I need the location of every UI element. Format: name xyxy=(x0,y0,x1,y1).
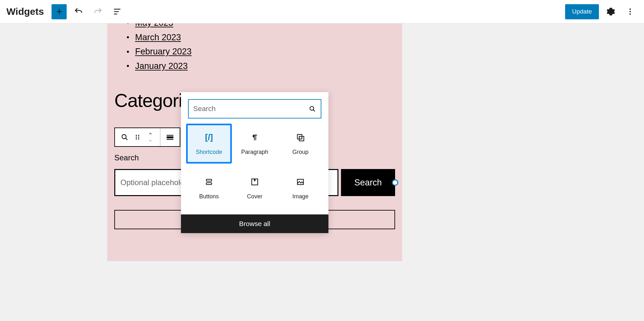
archive-list: May 2023 March 2023 February 2023 Januar… xyxy=(127,24,192,73)
archive-link[interactable]: January 2023 xyxy=(135,59,188,73)
svg-point-10 xyxy=(138,138,139,140)
editor-canvas: May 2023 March 2023 February 2023 Januar… xyxy=(0,24,644,321)
block-toolbar xyxy=(114,127,180,147)
inserter-search-wrap xyxy=(181,92,328,124)
inserter-block-image[interactable]: Image xyxy=(278,168,323,208)
undo-icon xyxy=(74,7,83,16)
block-inserter-popover: [/] Shortcode Paragraph Group Buttons xyxy=(181,92,328,233)
shortcode-icon: [/] xyxy=(204,132,214,143)
inserter-search-input[interactable] xyxy=(193,105,308,113)
chevron-down-icon xyxy=(147,138,154,143)
topbar-tool-row xyxy=(52,4,125,19)
list-view-icon xyxy=(112,7,122,16)
inserter-search-field[interactable] xyxy=(188,99,321,118)
svg-rect-21 xyxy=(254,179,256,181)
kebab-icon xyxy=(626,7,634,16)
align-button[interactable] xyxy=(164,131,176,144)
inserter-block-paragraph[interactable]: Paragraph xyxy=(232,124,278,164)
inserter-block-label: Group xyxy=(292,149,308,156)
block-type-button[interactable] xyxy=(118,131,131,144)
resize-handle[interactable] xyxy=(392,179,398,186)
topbar-right: Update xyxy=(565,4,638,19)
archive-link[interactable]: May 2023 xyxy=(135,24,173,30)
archive-item: January 2023 xyxy=(127,59,192,73)
svg-rect-11 xyxy=(167,135,174,136)
topbar-left: Widgets xyxy=(6,4,125,19)
svg-point-8 xyxy=(138,137,139,138)
inserter-block-shortcode[interactable]: [/] Shortcode xyxy=(186,124,232,164)
svg-line-4 xyxy=(126,138,127,140)
inserter-grid: [/] Shortcode Paragraph Group Buttons xyxy=(181,124,328,214)
move-up-button[interactable] xyxy=(144,130,157,137)
browse-all-button[interactable]: Browse all xyxy=(181,214,328,233)
svg-point-6 xyxy=(138,135,139,136)
svg-point-14 xyxy=(310,107,314,110)
search-icon xyxy=(120,133,129,141)
svg-rect-18 xyxy=(206,179,212,181)
archive-link[interactable]: February 2023 xyxy=(135,44,192,59)
svg-point-3 xyxy=(122,135,126,139)
inserter-block-label: Buttons xyxy=(199,193,219,200)
archive-item: March 2023 xyxy=(127,30,192,45)
search-submit-label: Search xyxy=(354,178,382,187)
inserter-block-cover[interactable]: Cover xyxy=(232,168,278,208)
svg-point-7 xyxy=(136,137,137,138)
archive-item: May 2023 xyxy=(127,24,192,30)
search-icon xyxy=(308,105,316,113)
inserter-block-label: Cover xyxy=(247,193,262,200)
inserter-block-label: Paragraph xyxy=(241,149,268,156)
list-view-button[interactable] xyxy=(110,4,125,19)
settings-button[interactable] xyxy=(603,4,618,19)
inserter-block-label: Image xyxy=(292,193,308,200)
svg-point-2 xyxy=(630,13,631,14)
inserter-block-buttons[interactable]: Buttons xyxy=(186,168,232,208)
gear-icon xyxy=(606,7,615,16)
svg-rect-22 xyxy=(298,179,304,184)
group-icon xyxy=(295,132,306,143)
search-block-label[interactable]: Search xyxy=(114,153,139,162)
svg-rect-19 xyxy=(206,183,212,184)
svg-point-9 xyxy=(136,138,137,140)
more-options-button[interactable] xyxy=(623,4,638,19)
search-submit-button[interactable]: Search xyxy=(341,169,395,196)
block-inserter-toggle-button[interactable] xyxy=(52,4,67,19)
drag-handle-button[interactable] xyxy=(131,131,144,144)
redo-button[interactable] xyxy=(90,4,105,19)
svg-rect-12 xyxy=(167,137,174,138)
block-movers xyxy=(144,130,157,144)
archive-item: February 2023 xyxy=(127,44,192,59)
undo-button[interactable] xyxy=(71,4,86,19)
move-down-button[interactable] xyxy=(144,137,157,144)
editor-topbar: Widgets Update xyxy=(0,0,644,24)
svg-point-0 xyxy=(630,8,631,10)
align-icon xyxy=(166,133,175,142)
paragraph-icon xyxy=(249,132,260,143)
chevron-up-icon xyxy=(147,131,154,136)
svg-point-5 xyxy=(136,135,137,136)
page-title: Widgets xyxy=(6,6,44,17)
redo-icon xyxy=(93,7,103,16)
inserter-block-label: Shortcode xyxy=(196,149,222,156)
drag-handle-icon xyxy=(134,134,141,141)
update-button[interactable]: Update xyxy=(565,4,599,19)
svg-point-1 xyxy=(630,11,631,12)
svg-rect-13 xyxy=(167,139,174,140)
buttons-icon xyxy=(204,176,214,187)
toolbar-segment-block-type xyxy=(115,128,160,146)
archive-link[interactable]: March 2023 xyxy=(135,30,181,45)
plus-icon xyxy=(55,7,64,16)
toolbar-segment-align xyxy=(160,128,180,146)
image-icon xyxy=(295,176,306,187)
inserter-block-group[interactable]: Group xyxy=(278,124,323,164)
svg-line-15 xyxy=(313,110,315,111)
cover-icon xyxy=(249,176,260,187)
